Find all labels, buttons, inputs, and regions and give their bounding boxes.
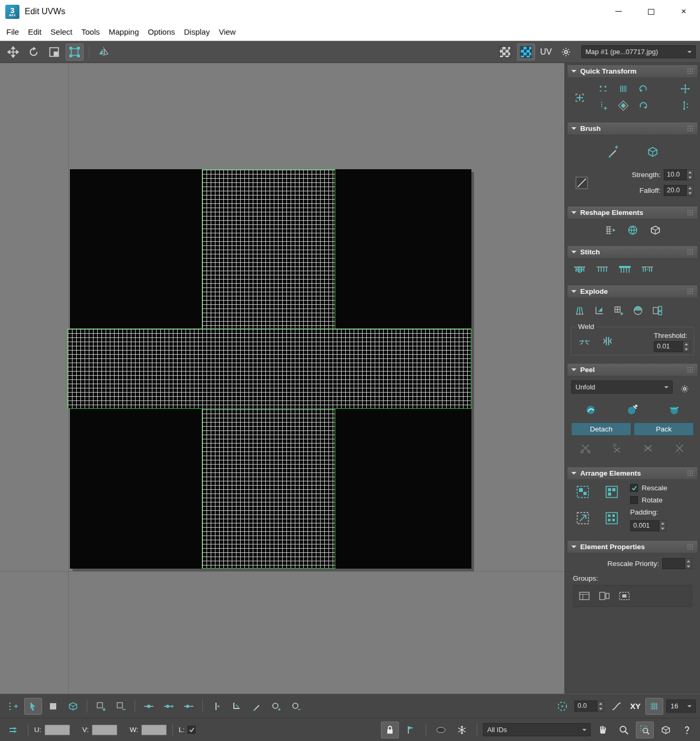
- rollout-header-brush[interactable]: Brush: [567, 122, 698, 135]
- spinner-arrows[interactable]: [687, 169, 694, 180]
- peel-options-button[interactable]: [676, 380, 694, 397]
- seam-from-selection-button[interactable]: [634, 440, 663, 457]
- zoom-region-button[interactable]: [636, 722, 654, 738]
- hide-selected-button[interactable]: [432, 722, 450, 738]
- falloff-curve-type-button[interactable]: [608, 698, 625, 715]
- detach-button[interactable]: Detach: [571, 423, 631, 436]
- rescale-elements-button[interactable]: [598, 509, 625, 528]
- spinner-arrows[interactable]: [598, 701, 604, 712]
- rescale-checkbox[interactable]: [630, 484, 638, 492]
- zoom-button[interactable]: [615, 722, 633, 738]
- flatten-by-smoothing-button[interactable]: [571, 302, 589, 319]
- uv-editor-canvas[interactable]: [0, 63, 564, 694]
- falloff-space-label[interactable]: XY: [630, 702, 641, 711]
- rollout-header-reshape[interactable]: Reshape Elements: [567, 206, 698, 219]
- space-vertical-button[interactable]: [614, 81, 633, 96]
- paint-select-add-button[interactable]: [267, 698, 285, 715]
- clear-seams-button[interactable]: [665, 440, 694, 457]
- strength-spinner[interactable]: 10.0: [664, 169, 694, 180]
- falloff-value[interactable]: 20.0: [664, 185, 687, 196]
- weld-all-button[interactable]: [597, 332, 618, 351]
- show-checker-map-button[interactable]: [496, 44, 514, 60]
- rollout-header-explode[interactable]: Explode: [567, 285, 698, 298]
- spinner-arrows[interactable]: [685, 558, 692, 569]
- face-mode-button[interactable]: [44, 698, 62, 715]
- freeze-selected-button[interactable]: [453, 722, 471, 738]
- grow-to-seam-button[interactable]: [208, 698, 225, 715]
- paint-select-subtract-button[interactable]: [287, 698, 305, 715]
- select-tool-button[interactable]: [24, 698, 42, 715]
- stitch-to-target-button[interactable]: [592, 260, 613, 279]
- map-options-button[interactable]: [557, 44, 575, 60]
- shrink-loop-button[interactable]: [180, 698, 198, 715]
- absolute-offset-mode-button[interactable]: [4, 722, 22, 738]
- peel-mode-button[interactable]: [613, 402, 652, 418]
- relax-until-flat-button[interactable]: [622, 221, 643, 240]
- stitch-custom-button[interactable]: [569, 260, 590, 279]
- lock-selection-button[interactable]: [381, 722, 399, 738]
- ungroup-button[interactable]: [595, 588, 613, 604]
- select-group-button[interactable]: [615, 588, 633, 604]
- menu-item-display[interactable]: Display: [184, 27, 210, 36]
- lock-aspect-checkbox[interactable]: [188, 726, 195, 734]
- select-loop-button[interactable]: [140, 698, 158, 715]
- rescale-priority-spinner[interactable]: [662, 558, 692, 569]
- shrink-selection-button[interactable]: [112, 698, 130, 715]
- move-vertical-button[interactable]: [676, 98, 694, 113]
- menu-item-mapping[interactable]: Mapping: [109, 27, 139, 36]
- soft-selection-button[interactable]: [4, 699, 22, 714]
- select-corner-button[interactable]: [228, 698, 245, 715]
- mirror-tool-button[interactable]: [95, 44, 112, 60]
- convert-seam-to-edge-button[interactable]: [571, 440, 600, 457]
- flatten-by-angle-button[interactable]: [590, 302, 608, 319]
- menu-item-file[interactable]: File: [6, 27, 19, 36]
- scale-tool-button[interactable]: [45, 44, 63, 60]
- grow-selection-button[interactable]: [92, 698, 110, 715]
- uv-shell-horizontal-strip[interactable]: [67, 328, 471, 409]
- flatten-to-squares-button[interactable]: [610, 302, 627, 319]
- grow-loop-button[interactable]: [160, 698, 178, 715]
- close-button[interactable]: ×: [667, 0, 700, 23]
- zoom-extents-button[interactable]: [657, 722, 675, 738]
- pan-button[interactable]: [594, 722, 612, 738]
- padding-value[interactable]: 0.001: [630, 520, 660, 531]
- rollout-header-element-properties[interactable]: Element Properties: [567, 540, 698, 553]
- spinner-arrows[interactable]: [660, 520, 666, 531]
- show-map-in-viewport-button[interactable]: [517, 44, 535, 60]
- menu-item-view[interactable]: View: [219, 27, 235, 36]
- rotate-tool-button[interactable]: [25, 44, 43, 60]
- element-mode-button[interactable]: [64, 698, 82, 715]
- soft-selection-value-spinner[interactable]: 0.0: [574, 701, 604, 712]
- spinner-arrows[interactable]: [683, 341, 690, 352]
- maximize-button[interactable]: [635, 0, 667, 23]
- peel-mode-dropdown[interactable]: Unfold: [571, 380, 673, 394]
- move-tool-button[interactable]: [4, 44, 22, 60]
- rotate-cw-button[interactable]: [634, 98, 653, 113]
- grid-size-dropdown[interactable]: 16: [666, 699, 696, 713]
- weld-selected-button[interactable]: [574, 332, 595, 351]
- falloff-spinner[interactable]: 20.0: [664, 185, 694, 196]
- brush-falloff-curve-button[interactable]: [571, 173, 592, 192]
- rotate-ccw-button[interactable]: [634, 81, 653, 96]
- stitch-to-average-button[interactable]: [614, 260, 635, 279]
- align-horizontal-button[interactable]: [594, 81, 613, 96]
- map-selector-dropdown[interactable]: Map #1 (pe...07717.jpg): [581, 45, 696, 58]
- paint-move-brush-button[interactable]: [602, 142, 623, 161]
- pack-full-rescale-button[interactable]: [569, 509, 596, 528]
- paint-select-button[interactable]: [248, 698, 265, 715]
- falloff-space-button[interactable]: [553, 698, 571, 715]
- selection-filter-button[interactable]: [402, 722, 420, 738]
- rollout-header-arrange[interactable]: Arrange Elements: [567, 467, 698, 480]
- rollout-header-stitch[interactable]: Stitch: [567, 245, 698, 259]
- strength-value[interactable]: 10.0: [664, 169, 687, 180]
- stitch-to-source-button[interactable]: [637, 260, 658, 279]
- expand-to-seam-button[interactable]: [603, 440, 632, 457]
- rescale-priority-value[interactable]: [662, 558, 685, 569]
- distribute-dots-button[interactable]: [594, 98, 613, 113]
- v-input[interactable]: [92, 725, 117, 735]
- pack-diamond-button[interactable]: [614, 98, 633, 113]
- freeform-mode-button[interactable]: [66, 44, 84, 60]
- relax-brush-button[interactable]: [642, 142, 663, 161]
- pack-together-button[interactable]: [598, 482, 625, 501]
- quick-peel-button[interactable]: [571, 402, 610, 418]
